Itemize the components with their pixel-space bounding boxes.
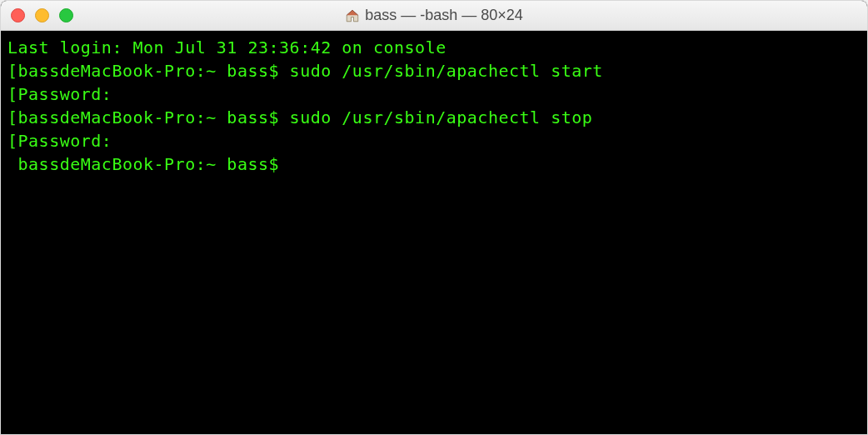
- terminal-line: [bassdeMacBook-Pro:~ bass$ sudo /usr/sbi…: [7, 59, 861, 82]
- cursor: [290, 154, 300, 174]
- terminal-prompt-line: bassdeMacBook-Pro:~ bass$: [7, 152, 861, 176]
- terminal-prompt: bassdeMacBook-Pro:~ bass$: [7, 154, 290, 174]
- window-title: bass — -bash — 80×24: [365, 7, 523, 24]
- minimize-button[interactable]: [35, 8, 49, 22]
- terminal-line: [Password:: [7, 82, 861, 106]
- traffic-lights: [11, 8, 73, 22]
- terminal-line: [Password:: [7, 129, 861, 152]
- zoom-button[interactable]: [59, 8, 73, 22]
- window-title-wrap: bass — -bash — 80×24: [1, 7, 867, 24]
- home-icon: [345, 8, 360, 23]
- terminal-window: bass — -bash — 80×24 Last login: Mon Jul…: [0, 0, 868, 435]
- terminal-line: Last login: Mon Jul 31 23:36:42 on conso…: [7, 36, 861, 59]
- terminal-body[interactable]: Last login: Mon Jul 31 23:36:42 on conso…: [1, 31, 867, 434]
- close-button[interactable]: [11, 8, 25, 22]
- titlebar[interactable]: bass — -bash — 80×24: [1, 1, 867, 31]
- terminal-line: [bassdeMacBook-Pro:~ bass$ sudo /usr/sbi…: [7, 106, 861, 129]
